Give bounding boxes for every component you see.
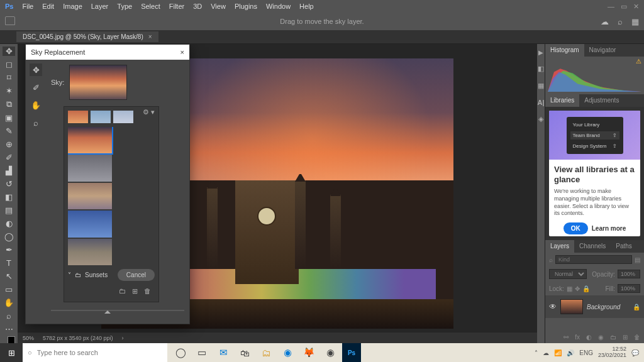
notifications-icon[interactable]: 💬 [631, 349, 639, 356]
warning-icon[interactable]: ⚠ [636, 58, 641, 65]
properties-panel-icon[interactable]: ◈ [538, 115, 543, 123]
status-arrow-icon[interactable]: › [122, 335, 124, 341]
tab-layers[interactable]: Layers [545, 240, 574, 253]
gradient-tool[interactable]: ▤ [3, 206, 15, 215]
menu-file[interactable]: File [22, 3, 33, 10]
menu-layer[interactable]: Layer [91, 3, 109, 10]
group-icon[interactable]: 🗀 [610, 334, 616, 341]
frame-tool[interactable]: ▣ [3, 113, 15, 123]
menu-help[interactable]: Help [299, 3, 314, 10]
volume-icon[interactable]: 🔊 [567, 349, 574, 356]
eraser-tool[interactable]: ◧ [3, 192, 15, 202]
menu-select[interactable]: Select [141, 3, 160, 10]
hand-tool[interactable]: ✋ [3, 298, 15, 307]
path-tool[interactable]: ↖ [3, 272, 15, 281]
stamp-tool[interactable]: ▟ [3, 166, 15, 175]
tray-chevron-icon[interactable]: ˄ [535, 349, 538, 356]
zoom-tool[interactable]: ⌕ [3, 311, 15, 321]
sky-thumb[interactable] [68, 211, 112, 237]
menu-plugins[interactable]: Plugins [235, 3, 257, 10]
firefox-icon[interactable]: 🦊 [299, 343, 318, 362]
sky-move-tool[interactable]: ✥ [30, 63, 42, 76]
document-tab[interactable]: DSC_0045.jpg @ 50% (Sky, Layer Mask/8) × [16, 31, 158, 42]
lock-all-icon[interactable]: 🔒 [582, 285, 590, 292]
task-view-icon[interactable]: ▭ [192, 343, 211, 362]
slider[interactable] [51, 310, 184, 311]
kind-filter[interactable] [555, 255, 632, 264]
menu-filter[interactable]: Filter [169, 3, 184, 10]
sky-hand-tool[interactable]: ✋ [30, 99, 42, 111]
move-tool[interactable]: ✥ [3, 47, 15, 56]
new-folder-icon[interactable]: 🗀 [119, 287, 126, 295]
cortana-icon[interactable]: ◯ [171, 343, 190, 362]
type-tool[interactable]: T [3, 258, 15, 268]
menu-3d[interactable]: 3D [193, 3, 202, 10]
menu-type[interactable]: Type [117, 3, 132, 10]
import-icon[interactable]: ⊞ [132, 287, 138, 295]
swatches-panel-icon[interactable]: ▦ [538, 82, 544, 90]
chevron-down-icon[interactable]: ˅ [68, 272, 71, 278]
gear-icon[interactable]: ⚙ ▾ [143, 108, 155, 116]
eyedropper-tool[interactable]: ✎ [3, 126, 15, 136]
cancel-button[interactable]: Cancel [118, 269, 155, 281]
lock-position-icon[interactable]: ✥ [575, 285, 580, 292]
explorer-icon[interactable]: 🗂 [257, 343, 275, 362]
onedrive-icon[interactable]: ☁ [543, 349, 549, 356]
history-brush-tool[interactable]: ↺ [3, 179, 15, 189]
type-panel-icon[interactable]: A| [537, 99, 544, 106]
menu-edit[interactable]: Edit [42, 3, 54, 10]
tab-close-icon[interactable]: × [148, 33, 152, 40]
zoom-level[interactable]: 50% [23, 335, 34, 341]
menu-view[interactable]: View [211, 3, 226, 10]
window-minimize-icon[interactable]: — [608, 3, 614, 11]
edit-toolbar[interactable]: ⋯ [3, 324, 15, 334]
fx-icon[interactable]: fx [575, 334, 580, 341]
tab-navigator[interactable]: Navigator [584, 44, 621, 57]
store-icon[interactable]: 🛍 [235, 343, 254, 362]
sky-preset-thumb[interactable] [113, 111, 133, 123]
lock-pixels-icon[interactable]: ▦ [567, 285, 572, 292]
sky-thumb[interactable] [68, 155, 112, 181]
fill-input[interactable] [618, 284, 640, 293]
tab-channels[interactable]: Channels [574, 240, 611, 253]
sky-zoom-tool[interactable]: ⌕ [30, 116, 42, 129]
visibility-icon[interactable]: 👁 [549, 302, 557, 311]
layer-row[interactable]: 👁 Background 🔒 [545, 295, 644, 318]
link-icon[interactable]: ⚯ [564, 334, 569, 341]
new-layer-icon[interactable]: ⊞ [623, 334, 628, 341]
mask-icon[interactable]: ◐ [586, 334, 592, 341]
healing-tool[interactable]: ⊕ [3, 140, 15, 149]
taskbar-clock[interactable]: 12:52 23/02/2021 [598, 346, 626, 359]
dodge-tool[interactable]: ◯ [3, 232, 15, 241]
cloud-icon[interactable]: ☁ [601, 17, 609, 26]
sky-preset-thumb[interactable] [68, 111, 88, 123]
sky-brush-tool[interactable]: ✐ [30, 81, 42, 94]
ok-button[interactable]: OK [564, 222, 588, 234]
color-panel-icon[interactable]: ◧ [538, 65, 544, 73]
canvas[interactable]: Sky Replacement × ✥ ✐ ✋ ⌕ Sky: ⚙ ▾ [18, 44, 537, 343]
tab-histogram[interactable]: Histogram [545, 44, 584, 57]
trash-icon[interactable]: 🗑 [144, 287, 151, 295]
adjustment-icon[interactable]: ◉ [598, 334, 604, 341]
menu-image[interactable]: Image [63, 3, 82, 10]
shape-tool[interactable]: ▭ [3, 285, 15, 294]
mail-icon[interactable]: ✉ [214, 343, 233, 362]
brush-tool[interactable]: ✐ [3, 153, 15, 162]
start-button[interactable]: ⊞ [0, 343, 23, 362]
pen-tool[interactable]: ✒ [3, 245, 15, 255]
trash-icon[interactable]: 🗑 [634, 334, 640, 341]
sky-thumb[interactable] [68, 183, 112, 209]
home-icon[interactable] [5, 16, 15, 25]
wifi-icon[interactable]: 📶 [554, 349, 562, 356]
folder-label[interactable]: Sunsets [85, 272, 108, 278]
tab-adjustments[interactable]: Adjustments [579, 94, 624, 107]
sky-thumb[interactable] [68, 239, 112, 265]
window-restore-icon[interactable]: ▭ [621, 3, 627, 11]
edge-icon[interactable]: ◉ [278, 343, 297, 362]
wand-tool[interactable]: ✶ [3, 86, 15, 96]
tab-paths[interactable]: Paths [611, 240, 637, 253]
sky-preview-thumb[interactable] [69, 65, 127, 100]
lang-indicator[interactable]: ENG [579, 349, 593, 356]
crop-tool[interactable]: ⧉ [3, 99, 15, 109]
expand-icon[interactable]: ▶ [538, 49, 543, 56]
